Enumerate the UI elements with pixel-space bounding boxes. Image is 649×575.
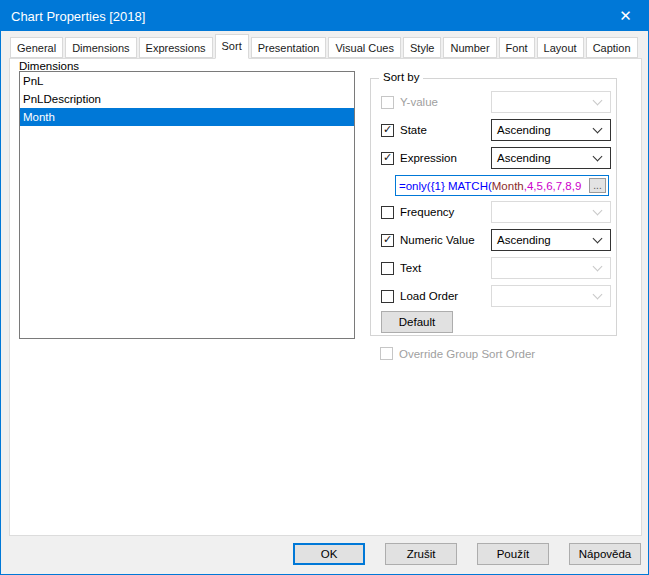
- expression-more-button[interactable]: ...: [589, 178, 606, 193]
- expression-row: ✓ Expression Ascending: [381, 147, 608, 169]
- tab-caption[interactable]: Caption: [586, 37, 638, 58]
- frequency-sort-dropdown: [491, 201, 611, 223]
- sort-by-label: Sort by: [379, 71, 423, 83]
- expression-text-field-name: Month: [492, 180, 524, 192]
- chevron-down-icon: [593, 152, 603, 162]
- expression-sort-dropdown[interactable]: Ascending: [491, 147, 611, 169]
- sort-by-group: Sort by Y-value ✓ State Ascending: [370, 78, 617, 336]
- chevron-down-icon: [593, 124, 603, 134]
- chevron-down-icon: [593, 290, 603, 300]
- close-button[interactable]: ✕: [603, 1, 648, 31]
- numeric-value-label: Numeric Value: [400, 234, 475, 246]
- chevron-down-icon: [593, 234, 603, 244]
- ok-button[interactable]: OK: [293, 543, 365, 565]
- override-group-label: Override Group Sort Order: [399, 348, 535, 360]
- expression-sort-value: Ascending: [492, 152, 594, 164]
- list-item-pnldescription[interactable]: PnLDescription: [20, 90, 354, 108]
- state-label: State: [400, 124, 427, 136]
- numeric-value-sort-dropdown[interactable]: Ascending: [491, 229, 611, 251]
- check-icon: ✓: [383, 234, 392, 245]
- tab-dimensions[interactable]: Dimensions: [65, 37, 136, 58]
- check-icon: ✓: [383, 124, 392, 135]
- tab-number[interactable]: Number: [443, 37, 496, 58]
- state-sort-dropdown[interactable]: Ascending: [491, 119, 611, 141]
- sort-tab-page: Dimensions PnL PnLDescription Month Sort…: [9, 58, 642, 536]
- close-icon: ✕: [619, 7, 632, 25]
- tab-presentation[interactable]: Presentation: [251, 37, 327, 58]
- tab-sort[interactable]: Sort: [215, 34, 249, 59]
- numeric-value-checkbox[interactable]: ✓: [381, 234, 394, 247]
- expression-text-keyword: =only({1} MATCH(: [399, 180, 492, 192]
- expression-checkbox[interactable]: ✓: [381, 152, 394, 165]
- override-group-row: Override Group Sort Order: [380, 347, 535, 360]
- state-row: ✓ State Ascending: [381, 119, 608, 141]
- chevron-down-icon: [593, 206, 603, 216]
- tab-style[interactable]: Style: [403, 37, 441, 58]
- tab-expressions[interactable]: Expressions: [139, 37, 213, 58]
- numeric-value-row: ✓ Numeric Value Ascending: [381, 229, 608, 251]
- window-title: Chart Properties [2018]: [1, 9, 603, 24]
- y-value-row: Y-value: [381, 91, 608, 113]
- list-item-pnl[interactable]: PnL: [20, 72, 354, 90]
- load-order-row: Load Order: [381, 285, 608, 307]
- text-sort-dropdown: [491, 257, 611, 279]
- y-value-sort-dropdown: [491, 91, 611, 113]
- title-bar: Chart Properties [2018] ✕: [1, 1, 648, 31]
- numeric-value-sort-value: Ascending: [492, 234, 594, 246]
- text-checkbox[interactable]: [381, 262, 394, 275]
- help-button[interactable]: Nápověda: [569, 543, 641, 565]
- state-checkbox[interactable]: ✓: [381, 124, 394, 137]
- apply-button[interactable]: Použít: [477, 543, 549, 565]
- dimensions-listbox[interactable]: PnL PnLDescription Month: [19, 71, 355, 339]
- default-button[interactable]: Default: [381, 311, 453, 333]
- frequency-row: Frequency: [381, 201, 608, 223]
- load-order-sort-dropdown: [491, 285, 611, 307]
- expression-input[interactable]: =only({1} MATCH(Month,4,5,6,7,8,9 ...: [395, 175, 609, 196]
- expression-text-numbers: ,4,5,6,7,8,9: [524, 180, 582, 192]
- load-order-label: Load Order: [400, 290, 458, 302]
- tab-visual-cues[interactable]: Visual Cues: [328, 37, 401, 58]
- tab-layout[interactable]: Layout: [537, 37, 584, 58]
- chart-properties-dialog: Chart Properties [2018] ✕ General Dimens…: [0, 0, 649, 575]
- load-order-checkbox[interactable]: [381, 290, 394, 303]
- expression-label: Expression: [400, 152, 457, 164]
- tab-general[interactable]: General: [10, 37, 63, 58]
- check-icon: ✓: [383, 152, 392, 163]
- y-value-checkbox: [381, 96, 394, 109]
- y-value-label: Y-value: [400, 96, 438, 108]
- cancel-button[interactable]: Zrušit: [385, 543, 457, 565]
- tab-font[interactable]: Font: [499, 37, 535, 58]
- state-sort-value: Ascending: [492, 124, 594, 136]
- frequency-label: Frequency: [400, 206, 454, 218]
- tab-strip: General Dimensions Expressions Sort Pres…: [10, 37, 640, 58]
- footer-button-bar: OK Zrušit Použít Nápověda: [1, 534, 648, 574]
- chevron-down-icon: [593, 262, 603, 272]
- text-label: Text: [400, 262, 421, 274]
- chevron-down-icon: [593, 96, 603, 106]
- list-item-month[interactable]: Month: [20, 108, 354, 126]
- override-group-checkbox: [380, 347, 393, 360]
- text-row: Text: [381, 257, 608, 279]
- frequency-checkbox[interactable]: [381, 206, 394, 219]
